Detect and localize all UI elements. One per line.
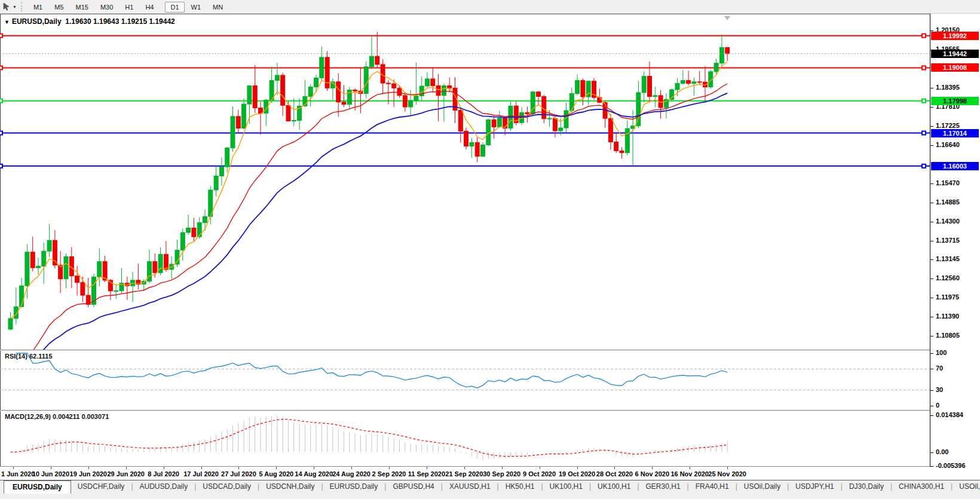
level-badge-1.19992[interactable]: 1.19992: [931, 32, 979, 40]
price-tick-1.13145-tick: [930, 259, 933, 260]
tab-usoil-h1-17[interactable]: USOil,H1: [953, 480, 980, 494]
timeframe-button-d1[interactable]: D1: [165, 2, 184, 13]
tab-usoil-daily-13[interactable]: USOil,Daily: [737, 480, 787, 494]
level-marker-left[interactable]: [0, 131, 2, 135]
main-price-chart[interactable]: [0, 14, 930, 350]
timeframe-button-m1[interactable]: M1: [28, 2, 48, 13]
tab-dj30-daily-15[interactable]: DJ30,Daily: [843, 480, 890, 494]
date-label-19-oct-2020: 19 Oct 2020: [559, 470, 595, 477]
tab-fra40-h1-12[interactable]: FRA40,H1: [689, 480, 736, 494]
tab-gbpusd-h4-6[interactable]: GBPUSD,H4: [386, 480, 440, 494]
timeframe-button-m15[interactable]: M15: [71, 2, 94, 13]
tab-eurusd-daily-0[interactable]: EURUSD,Daily: [4, 480, 71, 494]
candle: [397, 88, 402, 96]
level-marker-left[interactable]: [0, 66, 2, 69]
level-badge-1.17998[interactable]: 1.17998: [931, 97, 979, 105]
toolbar-grip-handle[interactable]: [21, 2, 24, 11]
collapse-triangle-icon[interactable]: ▼: [4, 19, 10, 25]
date-label-24-aug-2020: 24 Aug 2020: [332, 470, 370, 477]
candle: [625, 128, 629, 152]
level-badge-1.16003[interactable]: 1.16003: [931, 162, 979, 170]
candle: [475, 143, 479, 157]
rsi-indicator-chart[interactable]: [0, 351, 930, 410]
level-marker-right[interactable]: [922, 164, 926, 168]
ma-slow-line: [11, 93, 728, 350]
candle: [436, 85, 440, 95]
candle: [286, 105, 290, 121]
date-tick: [614, 467, 615, 469]
macd-tick-0.014384-tick: [930, 415, 933, 416]
timeframe-button-m30[interactable]: M30: [95, 2, 118, 13]
candle: [386, 83, 390, 84]
rsi-tick-30-tick: [930, 390, 933, 391]
candle: [164, 255, 168, 270]
tab-uk100-h1-9[interactable]: UK100,H1: [543, 480, 589, 494]
candle: [8, 319, 13, 329]
level-badge-1.17014[interactable]: 1.17014: [931, 129, 979, 137]
candle: [203, 216, 207, 222]
candle: [598, 97, 602, 102]
level-marker-left[interactable]: [0, 164, 2, 168]
candle: [336, 82, 341, 102]
price-tick-1.14885-tick: [930, 203, 933, 203]
candle: [403, 96, 407, 107]
price-tick-1.14300: 1.14300: [936, 218, 960, 225]
tab-eurusd-daily-5[interactable]: EURUSD,Daily: [323, 480, 385, 494]
candle: [242, 104, 246, 128]
timeframe-button-w1[interactable]: W1: [186, 2, 207, 13]
candle: [308, 87, 313, 97]
candle: [364, 67, 368, 94]
timeframe-button-h4[interactable]: H4: [140, 2, 159, 13]
candle: [342, 102, 346, 105]
price-tick-1.11390: 1.11390: [936, 313, 959, 320]
level-marker-right[interactable]: [922, 131, 926, 135]
candle: [375, 56, 379, 65]
date-tick: [427, 467, 427, 469]
tab-ger30-h1-11[interactable]: GER30,H1: [639, 480, 687, 494]
level-marker-right[interactable]: [922, 34, 926, 38]
date-label-14-aug-2020: 14 Aug 2020: [295, 470, 333, 477]
candle: [180, 232, 185, 250]
price-tick-1.13715: 1.13715: [936, 237, 960, 244]
candle: [719, 47, 724, 63]
candle: [620, 151, 624, 152]
candle: [714, 63, 718, 72]
date-label-10-jun-2020: 10 Jun 2020: [32, 470, 69, 477]
tab-usdcad-daily-3[interactable]: USDCAD,Daily: [196, 480, 258, 494]
tab-xauusd-h1-7[interactable]: XAUUSD,H1: [443, 480, 497, 494]
level-marker-right[interactable]: [922, 66, 926, 69]
date-tick: [540, 467, 540, 469]
chevron-down-icon[interactable]: ▼: [13, 5, 17, 9]
rsi-tick-70: 70: [936, 365, 943, 372]
level-marker-left[interactable]: [0, 99, 2, 103]
tab-usdjpy-h1-14[interactable]: USDJPY,H1: [789, 480, 840, 494]
candle: [197, 223, 201, 237]
candle: [481, 145, 485, 156]
candle: [292, 120, 296, 121]
cursor-tool-icon[interactable]: [1, 1, 12, 12]
level-badge-1.19008[interactable]: 1.19008: [931, 63, 979, 72]
level-marker-left[interactable]: [0, 34, 2, 38]
chart-tab-bar: EURUSD,DailyUSDCHF,Daily|AUDUSD,Daily|US…: [0, 480, 980, 499]
timeframe-button-h1[interactable]: H1: [120, 2, 139, 13]
ohlc-readout: 1.19630 1.19643 1.19215 1.19442: [65, 17, 175, 26]
rsi-tick-0: 0: [936, 402, 939, 409]
tab-usdcnh-daily-4[interactable]: USDCNH,Daily: [259, 480, 321, 494]
price-axis[interactable]: 1.201501.195651.183951.178101.172251.166…: [930, 14, 980, 467]
timeframe-button-mn[interactable]: MN: [207, 2, 228, 13]
tab-hk50-h1-8[interactable]: HK50,H1: [499, 480, 541, 494]
chart-shift-marker-icon[interactable]: [724, 16, 730, 20]
candle: [697, 82, 702, 82]
tab-uk100-h1-10[interactable]: UK100,H1: [591, 480, 637, 494]
macd-indicator-chart[interactable]: [0, 411, 930, 466]
timeframe-button-m5[interactable]: M5: [49, 2, 69, 13]
candle: [608, 118, 612, 142]
tab-usdchf-daily-1[interactable]: USDCHF,Daily: [71, 480, 131, 494]
tab-china300-h1-16[interactable]: CHINA300,H1: [892, 480, 951, 494]
date-axis[interactable]: 1 Jun 202010 Jun 202019 Jun 202029 Jun 2…: [0, 467, 930, 480]
date-label-16-nov-2020: 16 Nov 2020: [670, 470, 709, 477]
tab-audusd-daily-2[interactable]: AUDUSD,Daily: [133, 480, 195, 494]
level-marker-right[interactable]: [922, 99, 926, 103]
date-tick: [126, 467, 127, 469]
price-tick-1.17810-tick: [930, 107, 933, 108]
